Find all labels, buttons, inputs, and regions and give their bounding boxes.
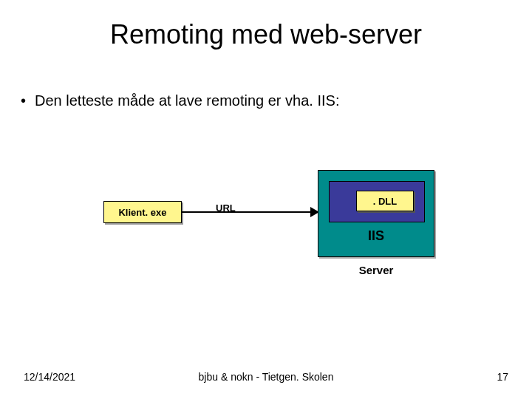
- footer-page-number: 17: [497, 371, 508, 383]
- dll-box: . DLL: [356, 191, 414, 211]
- architecture-diagram: Klient. exe URL . DLL IIS Server: [103, 185, 436, 288]
- footer-credit: bjbu & nokn - Tietgen. Skolen: [0, 371, 532, 383]
- server-container: . DLL IIS: [318, 170, 434, 257]
- server-label: Server: [318, 264, 434, 276]
- iis-container: . DLL: [329, 181, 425, 222]
- iis-label: IIS: [318, 228, 434, 244]
- slide-title: Remoting med web-server: [0, 19, 532, 50]
- bullet-item: • Den letteste måde at lave remoting er …: [21, 92, 339, 109]
- bullet-dot: •: [21, 92, 26, 109]
- client-box: Klient. exe: [103, 201, 182, 223]
- arrow-line: [182, 211, 312, 213]
- bullet-text: Den letteste måde at lave remoting er vh…: [35, 92, 339, 109]
